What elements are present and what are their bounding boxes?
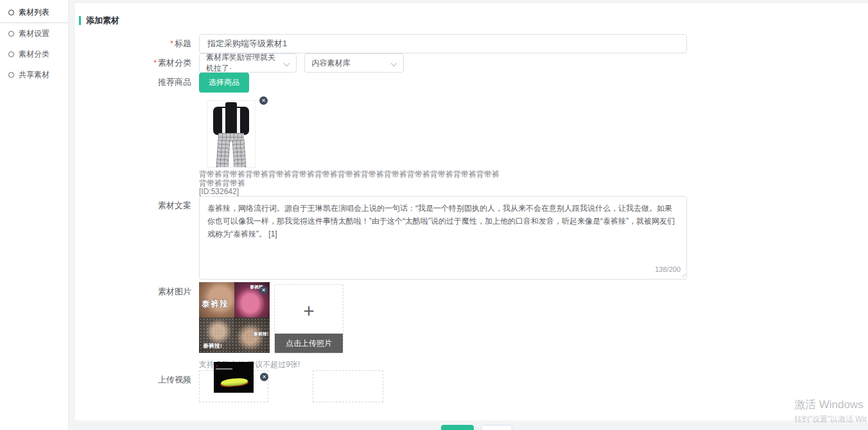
outfit-strap — [237, 108, 240, 136]
remove-image-icon[interactable]: ✕ — [259, 286, 268, 294]
category-label: *素材分类 — [75, 53, 199, 73]
category-secondary-value: 内容素材库 — [311, 58, 350, 69]
sidebar-item-label: 素材分类 — [19, 49, 49, 60]
main-panel: 添加素材 *标题 *素材分类 素材库奖励管理就关机拉了· — [75, 3, 868, 420]
outfit-torso — [213, 107, 249, 135]
video-meta-text — [216, 368, 232, 370]
stage-light-shape — [221, 377, 248, 387]
category-row: *素材分类 素材库奖励管理就关机拉了· 内容素材库 — [75, 53, 868, 73]
meme-quadrant: 泰裤辣! — [234, 318, 270, 353]
images-row: 素材图片 泰裤辣 泰裤辣 泰裤辣! — [75, 282, 868, 370]
sidebar-item-material-list[interactable]: 素材列表 — [0, 3, 68, 23]
page-header: 添加素材 — [79, 15, 868, 26]
required-asterisk: * — [170, 39, 173, 48]
select-product-button[interactable]: 选择商品 — [199, 73, 249, 93]
title-row: *标题 — [75, 34, 868, 53]
outfit-strap — [222, 108, 225, 136]
sidebar-item-label: 素材列表 — [19, 7, 49, 18]
meme-quadrant: 泰裤辣 — [199, 282, 234, 318]
radio-circle-icon — [8, 72, 14, 78]
radio-circle-icon — [8, 31, 14, 37]
product-id: [ID:532642] — [199, 188, 868, 196]
meme-overlay-text: 泰裤辣! — [254, 331, 268, 337]
meme-overlay-text: 泰裤辣! — [203, 342, 222, 350]
meme-quadrant: 泰裤辣! — [199, 318, 234, 353]
product-image — [207, 100, 256, 168]
add-material-form: *标题 *素材分类 素材库奖励管理就关机拉了· 内容素材库 — [75, 34, 868, 402]
copy-row: 素材文案 泰裤辣，网络流行词。源自于王琳凯在演唱会上说的一句话：“我是一个特别固… — [75, 196, 868, 282]
cancel-button[interactable] — [481, 425, 512, 430]
product-label: 推荐商品 — [75, 73, 199, 92]
plus-icon: + — [275, 301, 343, 321]
header-accent-bar — [79, 16, 81, 25]
remove-product-icon[interactable]: ✕ — [259, 96, 268, 105]
confirm-button[interactable] — [441, 425, 474, 430]
page-title: 添加素材 — [86, 15, 119, 26]
sidebar-item-shared-material[interactable]: 共享素材 — [0, 64, 68, 85]
resize-handle-icon[interactable] — [680, 271, 686, 277]
category-primary-select[interactable]: 素材库奖励管理就关机拉了· — [199, 53, 297, 73]
sidebar-item-label: 素材设置 — [19, 28, 49, 39]
outfit-leg — [216, 139, 230, 168]
title-label: *标题 — [75, 34, 199, 53]
page: 素材列表 素材设置 素材分类 共享素材 添加素材 *标题 — [0, 0, 868, 430]
product-caption: 背带裤背带裤背带裤背带裤背带裤背带裤背带裤背带裤背带裤背带裤背带裤背带裤背带裤背… — [199, 170, 501, 188]
category-primary-value: 素材库奖励管理就关机拉了· — [206, 52, 281, 74]
remove-video-icon[interactable]: ✕ — [260, 373, 268, 381]
video-row: 上传视频 ♪ ✕ — [75, 370, 868, 402]
sidebar-item-material-category[interactable]: 素材分类 — [0, 44, 68, 64]
copy-textarea[interactable]: 泰裤辣，网络流行词。源自于王琳凯在演唱会上说的一句话：“我是一个特别固执的人，我… — [199, 196, 687, 280]
chevron-down-icon — [392, 60, 397, 66]
meme-overlay-text: 泰裤辣 — [202, 298, 229, 310]
sidebar-item-material-settings[interactable]: 素材设置 — [0, 23, 68, 44]
douyin-logo-icon: ♪ — [216, 363, 218, 368]
upload-hint: 支持多张上传,建议不超过9张! — [199, 359, 868, 370]
uploaded-image-thumbnail: 泰裤辣 泰裤辣 泰裤辣! 泰裤辣! — [199, 282, 270, 353]
suspender-pants-illustration — [207, 101, 255, 167]
sidebar: 素材列表 素材设置 素材分类 共享素材 — [0, 0, 69, 430]
video-label: 上传视频 — [75, 370, 199, 390]
images-label: 素材图片 — [75, 282, 199, 301]
radio-circle-icon — [8, 10, 14, 15]
copy-label: 素材文案 — [75, 196, 199, 215]
upload-video-box-2[interactable] — [313, 370, 383, 402]
chevron-down-icon — [284, 60, 290, 66]
form-actions — [0, 425, 868, 430]
char-counter: 138/200 — [655, 265, 681, 273]
sidebar-item-label: 共享素材 — [19, 69, 49, 80]
category-secondary-select[interactable]: 内容素材库 — [304, 53, 404, 73]
selected-product: ✕ — [199, 100, 392, 168]
video-thumbnail: ♪ — [214, 362, 254, 393]
radio-circle-icon — [8, 51, 14, 57]
required-asterisk: * — [153, 58, 157, 67]
upload-photo-box[interactable]: + 点击上传照片 — [274, 284, 343, 354]
product-row: 推荐商品 选择商品 — [75, 73, 868, 196]
title-input[interactable] — [199, 34, 687, 53]
upload-photo-label: 点击上传照片 — [275, 334, 343, 353]
outfit-leg — [232, 139, 246, 168]
